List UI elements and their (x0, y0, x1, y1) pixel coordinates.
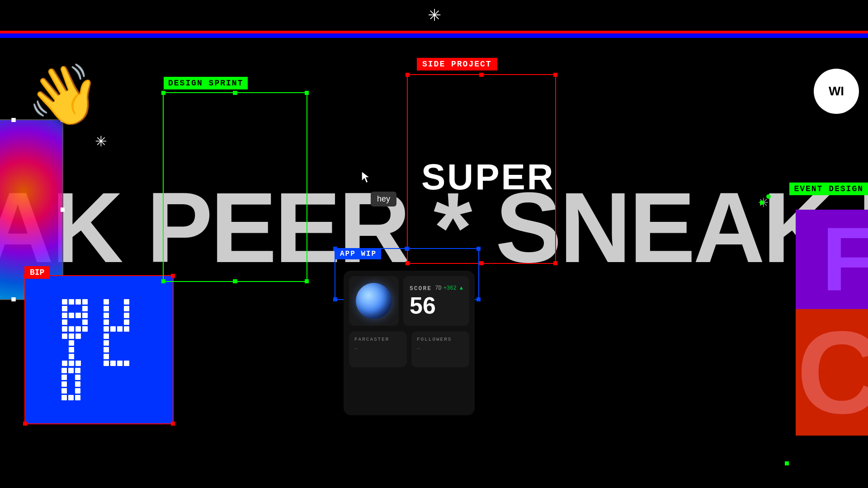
green-dot-indicator (766, 194, 771, 199)
hey-tooltip: hey (371, 192, 396, 206)
sphere-container (349, 276, 399, 326)
farcaster-stat-box: FARCASTER — (349, 331, 407, 367)
letter-i (62, 333, 94, 366)
sp-handle-bm (480, 261, 484, 265)
score-change: +362 ▲ (443, 285, 463, 291)
farcaster-label: FARCASTER (354, 337, 401, 342)
design-sprint-label: DESIGN SPRINT (164, 77, 248, 89)
right-partial-cards: F C (796, 210, 868, 436)
followers-stat-box: FOLLOWERS — (411, 331, 469, 367)
aw-handle-tm (405, 247, 409, 251)
aw-handle-br (476, 297, 481, 301)
sphere-graphic (356, 283, 392, 319)
ds-handle-bl (161, 279, 165, 283)
ds-handle-br (305, 279, 309, 283)
farcaster-value: — (354, 346, 401, 351)
spacer (103, 368, 137, 400)
right-red-card: C (796, 309, 868, 436)
ds-handle-tl (161, 91, 165, 95)
bc-handle-bl (23, 422, 27, 426)
letter-u (104, 299, 136, 332)
followers-value: — (417, 346, 464, 351)
ds-handle-tr (305, 91, 309, 95)
score-card-bottom: FARCASTER — FOLLOWERS — (344, 331, 475, 373)
aw-handle-tl (333, 247, 337, 251)
super-text: SUPER (421, 156, 555, 198)
letter-l (104, 333, 136, 366)
top-bar: ✳ (0, 0, 868, 31)
build-pixel-grid (61, 299, 137, 400)
wi-button[interactable]: WI (814, 69, 859, 114)
handle-bm (12, 297, 16, 301)
app-wip-label: APP WIP (335, 249, 381, 259)
right-purple-letter: F (822, 214, 868, 305)
score-header: SCORE 7D +362 ▲ (410, 285, 463, 292)
ds-handle-tm (233, 91, 237, 95)
main-canvas: AK PEER * SNEAK PEEK DESIGN SPRINT 👋 ✳ S… (0, 38, 868, 488)
handle-mr (61, 208, 65, 212)
aw-handle-tr (476, 247, 481, 251)
ds-handle-bm (233, 279, 237, 283)
small-asterisk: ✳ (95, 133, 107, 150)
score-7d: 7D (435, 285, 441, 291)
build-card (24, 275, 174, 424)
side-project-label: SIDE PROJECT (417, 58, 497, 70)
handle-tm (12, 118, 16, 122)
score-info-box: SCORE 7D +362 ▲ 56 (403, 276, 469, 326)
score-card-top: SCORE 7D +362 ▲ 56 (344, 271, 475, 331)
sp-handle-tr (553, 73, 557, 77)
right-red-letter: C (797, 314, 868, 431)
score-title: SCORE (410, 285, 432, 292)
gear-handle (760, 201, 764, 205)
letter-b (62, 299, 94, 332)
right-area-handle-br (785, 461, 789, 465)
sp-handle-tm (480, 73, 484, 77)
waving-hand-emoji: 👋 (27, 61, 100, 129)
asterisk-logo: ✳ (428, 6, 440, 25)
event-design-label: EVENT DESIGN (789, 183, 868, 195)
aw-handle-bl (333, 297, 337, 301)
sp-handle-br (553, 261, 557, 265)
score-card: SCORE 7D +362 ▲ 56 FARCASTER — FOLLOWERS… (344, 271, 475, 415)
sp-handle-tl (406, 73, 410, 77)
bc-handle-br (171, 422, 175, 426)
bip-badge: BIP (24, 266, 50, 279)
side-project-card: SIDE PROJECT SUPER (407, 74, 556, 264)
right-purple-card: F (796, 210, 868, 309)
stripe-blue (0, 33, 868, 38)
design-sprint-card: DESIGN SPRINT (163, 92, 307, 282)
followers-label: FOLLOWERS (417, 337, 464, 342)
score-number: 56 (410, 294, 463, 317)
letter-d (61, 368, 94, 400)
